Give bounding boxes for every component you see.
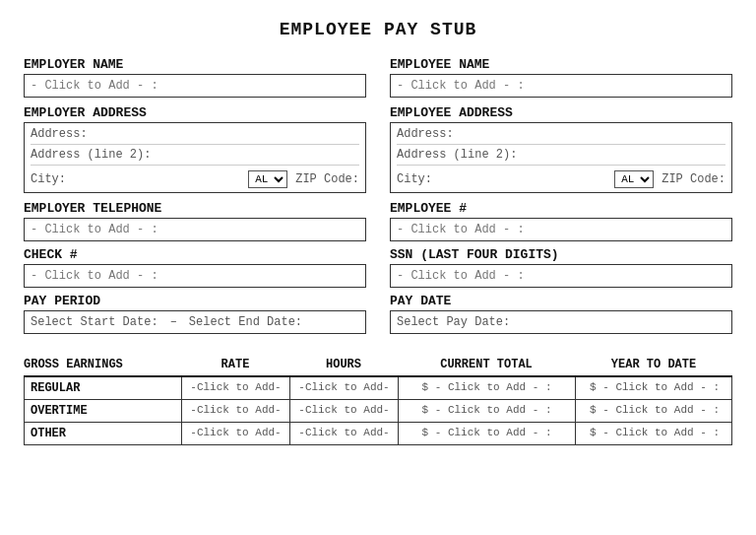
earnings-col-ytd: YEAR TO DATE: [575, 358, 732, 371]
row-ytd-regular[interactable]: $ - Click to Add - :: [576, 377, 733, 399]
employee-num-input[interactable]: [390, 218, 732, 241]
employee-address-line1[interactable]: Address:: [397, 127, 725, 145]
employer-address-line2[interactable]: Address (line 2):: [31, 148, 359, 166]
page-title: EMPLOYEE PAY STUB: [24, 20, 732, 39]
employer-state-select[interactable]: AL AKAZCAFLGATX: [248, 170, 287, 188]
row-rate-overtime[interactable]: -Click to Add-: [182, 400, 290, 422]
earnings-table: GROSS EARNINGS RATE HOURS CURRENT TOTAL …: [24, 358, 732, 445]
pay-period-label: PAY PERIOD: [24, 294, 366, 308]
row-hours-regular[interactable]: -Click to Add-: [290, 377, 399, 399]
employee-address-box: Address: Address (line 2): City: AL AKAZ…: [390, 122, 732, 193]
employee-state-select[interactable]: AL AKAZCAFLGATX: [614, 170, 654, 188]
row-rate-other[interactable]: -Click to Add-: [182, 423, 290, 444]
employer-telephone-label: EMPLOYER TELEPHONE: [24, 201, 366, 216]
earnings-row-other: OTHER -Click to Add- -Click to Add- $ - …: [24, 423, 732, 445]
earnings-col-rate: RATE: [181, 358, 289, 371]
employee-city[interactable]: City:: [397, 172, 610, 186]
earnings-col-current: CURRENT TOTAL: [398, 358, 575, 371]
earnings-col-label: GROSS EARNINGS: [24, 358, 181, 371]
earnings-row-regular: REGULAR -Click to Add- -Click to Add- $ …: [24, 377, 732, 400]
row-ytd-overtime[interactable]: $ - Click to Add - :: [576, 400, 733, 422]
earnings-header-row: GROSS EARNINGS RATE HOURS CURRENT TOTAL …: [24, 358, 732, 377]
employer-address-line1[interactable]: Address:: [31, 127, 359, 145]
row-ytd-other[interactable]: $ - Click to Add - :: [576, 423, 733, 444]
row-current-regular[interactable]: $ - Click to Add - :: [399, 377, 576, 399]
pay-date-placeholder[interactable]: Select Pay Date:: [397, 315, 510, 329]
earnings-col-hours: HOURS: [289, 358, 398, 371]
row-label-other: OTHER: [25, 423, 182, 444]
employer-name-label: EMPLOYER NAME: [24, 57, 366, 72]
employer-zip-label: ZIP Code:: [295, 172, 359, 186]
row-label-regular: REGULAR: [25, 377, 182, 399]
row-hours-overtime[interactable]: -Click to Add-: [290, 400, 399, 422]
row-current-overtime[interactable]: $ - Click to Add - :: [399, 400, 576, 422]
ssn-label: SSN (LAST FOUR DIGITS): [390, 247, 732, 262]
row-current-other[interactable]: $ - Click to Add - :: [399, 423, 576, 444]
employee-name-input[interactable]: [390, 74, 732, 98]
row-rate-regular[interactable]: -Click to Add-: [182, 377, 290, 399]
pay-date-box: Select Pay Date:: [390, 310, 732, 334]
employee-num-label: EMPLOYEE #: [390, 201, 732, 216]
employer-name-input[interactable]: [24, 74, 366, 98]
pay-period-dash: –: [170, 315, 177, 329]
row-label-overtime: OVERTIME: [25, 400, 182, 422]
check-num-label: CHECK #: [24, 247, 366, 262]
employee-zip-label: ZIP Code:: [662, 172, 725, 186]
employer-city[interactable]: City:: [31, 172, 244, 186]
pay-date-label: PAY DATE: [390, 294, 732, 308]
pay-period-box: Select Start Date: – Select End Date:: [24, 310, 366, 334]
ssn-input[interactable]: [390, 264, 732, 288]
check-num-input[interactable]: [24, 264, 366, 288]
earnings-row-overtime: OVERTIME -Click to Add- -Click to Add- $…: [24, 400, 732, 423]
row-hours-other[interactable]: -Click to Add-: [290, 423, 399, 444]
employer-address-box: Address: Address (line 2): City: AL AKAZ…: [24, 122, 366, 193]
employee-name-label: EMPLOYEE NAME: [390, 57, 732, 72]
employer-telephone-input[interactable]: [24, 218, 366, 241]
pay-period-start[interactable]: Select Start Date:: [31, 315, 158, 329]
employee-address-label: EMPLOYEE ADDRESS: [390, 105, 732, 120]
employee-address-line2[interactable]: Address (line 2):: [397, 148, 725, 166]
pay-period-end[interactable]: Select End Date:: [189, 315, 302, 329]
employer-address-label: EMPLOYER ADDRESS: [24, 105, 366, 120]
